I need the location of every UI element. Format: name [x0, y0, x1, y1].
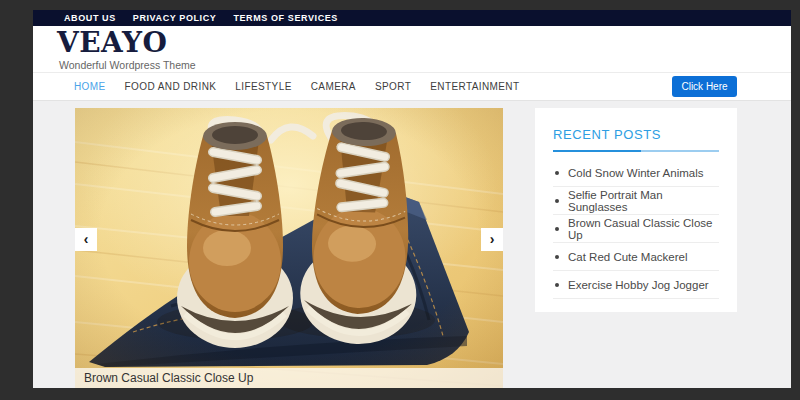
recent-post-link[interactable]: Cat Red Cute Mackerel [568, 251, 688, 263]
nav-item-camera[interactable]: CAMERA [311, 81, 356, 92]
recent-posts-title: RECENT POSTS [553, 127, 719, 142]
main-nav: HOME FOOD AND DRINK LIFESTYLE CAMERA SPO… [33, 72, 791, 100]
recent-post-item: Selfie Portrait Man Sunglasses [553, 187, 719, 215]
slide-photo-shoes-on-jeans [75, 108, 503, 388]
slider-prev-button[interactable]: ‹ [75, 228, 97, 251]
nav-item-sport[interactable]: SPORT [375, 81, 411, 92]
topbar: ABOUT US PRIVACY POLICY TERMS OF SERVICE… [33, 10, 791, 26]
topbar-link-terms-of-services[interactable]: TERMS OF SERVICES [233, 13, 338, 23]
slider-next-button[interactable]: › [481, 228, 503, 251]
recent-post-link[interactable]: Cold Snow Winter Animals [568, 167, 704, 179]
sidebar-recent-posts: RECENT POSTS Cold Snow Winter Animals Se… [535, 108, 737, 312]
recent-post-item: Cold Snow Winter Animals [553, 159, 719, 187]
nav-item-lifestyle[interactable]: LIFESTYLE [235, 81, 291, 92]
main-content: ‹ › Brown Casual Classic Close Up RECENT… [33, 100, 791, 388]
bullet-icon [555, 171, 559, 175]
bullet-icon [555, 283, 559, 287]
site-logo[interactable]: VEAYO [57, 26, 167, 59]
topbar-link-privacy-policy[interactable]: PRIVACY POLICY [133, 13, 217, 23]
recent-post-item: Cat Red Cute Mackerel [553, 243, 719, 271]
recent-post-link[interactable]: Exercise Hobby Jog Jogger [568, 279, 709, 291]
topbar-link-about-us[interactable]: ABOUT US [64, 13, 116, 23]
recent-posts-list: Cold Snow Winter Animals Selfie Portrait… [553, 159, 719, 299]
recent-post-item: Brown Casual Classic Close Up [553, 215, 719, 243]
site-page: ABOUT US PRIVACY POLICY TERMS OF SERVICE… [33, 10, 791, 388]
nav-item-food-and-drink[interactable]: FOOD AND DRINK [125, 81, 217, 92]
cta-button[interactable]: Click Here [672, 76, 737, 97]
recent-posts-title-rule [553, 150, 719, 152]
slider[interactable]: ‹ › Brown Casual Classic Close Up [75, 108, 503, 388]
site-header: VEAYO Wonderful Wordpress Theme [33, 26, 791, 72]
nav-item-home[interactable]: HOME [74, 81, 106, 92]
bullet-icon [555, 227, 559, 231]
nav-item-entertainment[interactable]: ENTERTAINMENT [430, 81, 519, 92]
recent-post-link[interactable]: Selfie Portrait Man Sunglasses [568, 189, 719, 213]
chevron-right-icon: › [490, 231, 495, 247]
recent-post-item: Exercise Hobby Jog Jogger [553, 271, 719, 299]
bullet-icon [555, 255, 559, 259]
chevron-left-icon: ‹ [84, 231, 89, 247]
recent-post-link[interactable]: Brown Casual Classic Close Up [568, 217, 719, 241]
bullet-icon [555, 199, 559, 203]
site-tagline: Wonderful Wordpress Theme [59, 59, 196, 71]
slider-caption: Brown Casual Classic Close Up [75, 368, 503, 388]
